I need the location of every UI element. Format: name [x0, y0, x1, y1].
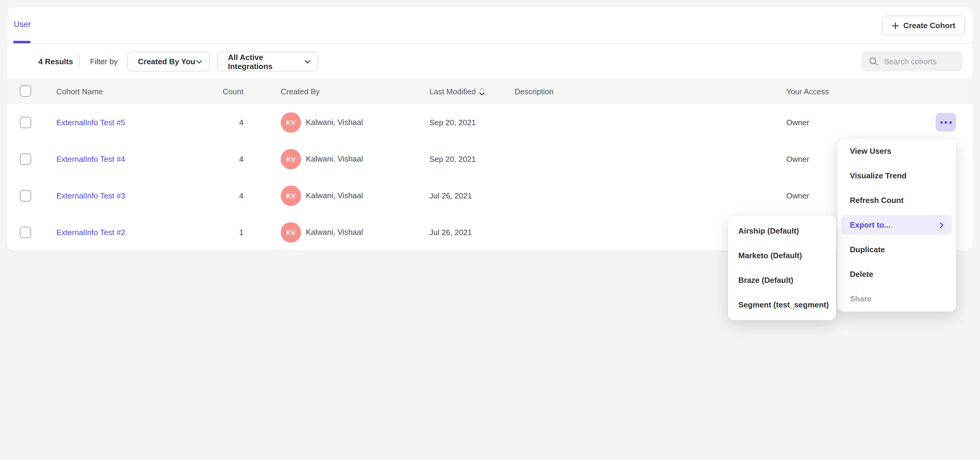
cohort-name-link[interactable]: ExternalInfo Test #4 — [56, 154, 125, 163]
chevron-down-icon — [305, 60, 311, 63]
kebab-dot — [940, 121, 942, 123]
avatar: KV — [281, 112, 301, 133]
created-by-dropdown[interactable]: Created By You — [127, 52, 210, 72]
results-count: 4 Results — [38, 57, 73, 66]
cohort-count: 4 — [183, 154, 243, 163]
menu-item-share: Share — [837, 286, 956, 311]
sort-descending-icon — [479, 88, 485, 96]
access-value: Owner — [786, 154, 809, 163]
submenu-item-airship[interactable]: Airship (Default) — [728, 219, 836, 243]
created-by-name: Kalwani, Vishaal — [306, 228, 363, 236]
tab-bar-divider — [7, 43, 973, 44]
created-by-name: Kalwani, Vishaal — [306, 118, 363, 127]
export-to-label: Export to... — [850, 220, 891, 229]
avatar: KV — [281, 185, 301, 206]
cohort-count: 1 — [183, 228, 243, 236]
integrations-dropdown-value: All Active Integrations — [228, 53, 305, 70]
menu-item-duplicate[interactable]: Duplicate — [837, 237, 956, 262]
created-by-name: Kalwani, Vishaal — [306, 154, 363, 163]
avatar: KV — [281, 222, 301, 242]
filter-bar-separator — [79, 55, 80, 68]
table-row[interactable]: ExternalInfo Test #3 4 KV Kalwani, Visha… — [7, 177, 973, 214]
submenu-item-braze[interactable]: Braze (Default) — [728, 268, 836, 292]
chevron-right-icon — [940, 222, 943, 228]
menu-item-delete[interactable]: Delete — [837, 262, 956, 286]
column-header-description[interactable]: Description — [515, 87, 554, 96]
last-modified-value: Jul 26, 2021 — [430, 191, 472, 200]
table-row[interactable]: ExternalInfo Test #4 4 KV Kalwani, Visha… — [7, 141, 973, 177]
search-icon — [869, 57, 878, 66]
access-value: Owner — [786, 118, 809, 127]
row-checkbox[interactable] — [20, 153, 31, 165]
plus-icon — [892, 22, 899, 29]
menu-item-export-to[interactable]: Export to... — [842, 215, 952, 235]
cohort-count: 4 — [183, 118, 243, 127]
tab-user[interactable]: User — [14, 20, 31, 29]
search-box[interactable] — [862, 52, 963, 72]
row-checkbox[interactable] — [20, 190, 31, 201]
active-tab-indicator — [13, 41, 30, 43]
integrations-dropdown[interactable]: All Active Integrations — [217, 52, 318, 72]
last-modified-value: Sep 20, 2021 — [430, 118, 476, 127]
column-header-created-by[interactable]: Created By — [281, 87, 320, 96]
row-actions-button[interactable] — [935, 113, 956, 131]
created-by-dropdown-value: Created By You — [138, 57, 195, 66]
cohorts-page: User Create Cohort 4 Results Filter by C… — [0, 0, 980, 460]
menu-item-refresh-count[interactable]: Refresh Count — [837, 188, 956, 212]
cohort-name-link[interactable]: ExternalInfo Test #3 — [56, 191, 125, 200]
column-header-your-access[interactable]: Your Access — [786, 87, 829, 96]
cohort-name-link[interactable]: ExternalInfo Test #2 — [56, 228, 125, 236]
select-all-checkbox[interactable] — [20, 85, 31, 97]
chevron-down-icon — [196, 60, 202, 63]
table-row[interactable]: ExternalInfo Test #5 4 KV Kalwani, Visha… — [7, 104, 973, 141]
last-modified-value: Jul 26, 2021 — [430, 228, 472, 236]
menu-item-view-users[interactable]: View Users — [837, 139, 956, 163]
last-modified-value: Sep 20, 2021 — [430, 154, 476, 163]
column-header-count[interactable]: Count — [183, 87, 243, 96]
row-context-menu: View Users Visualize Trend Refresh Count… — [837, 139, 956, 311]
search-input[interactable] — [883, 56, 957, 67]
created-by-name: Kalwani, Vishaal — [306, 191, 363, 200]
column-header-last-modified[interactable]: Last Modified — [430, 87, 485, 96]
submenu-item-marketo[interactable]: Marketo (Default) — [728, 243, 836, 268]
menu-item-visualize-trend[interactable]: Visualize Trend — [837, 163, 956, 188]
avatar: KV — [281, 149, 301, 169]
submenu-item-segment[interactable]: Segment (test_segment) — [728, 292, 836, 317]
cohort-count: 4 — [183, 191, 243, 200]
export-submenu: Airship (Default) Marketo (Default) Braz… — [728, 216, 836, 320]
last-modified-label: Last Modified — [430, 87, 476, 96]
cohort-name-link[interactable]: ExternalInfo Test #5 — [56, 118, 125, 127]
table-header: Cohort Name Count Created By Last Modifi… — [7, 79, 973, 104]
create-cohort-button[interactable]: Create Cohort — [882, 16, 965, 35]
kebab-dot — [949, 121, 951, 123]
filter-by-label: Filter by — [90, 57, 118, 66]
access-value: Owner — [786, 191, 809, 200]
column-header-cohort-name[interactable]: Cohort Name — [56, 87, 103, 96]
kebab-dot — [945, 121, 947, 123]
create-cohort-label: Create Cohort — [903, 21, 955, 30]
row-checkbox[interactable] — [20, 227, 31, 238]
row-checkbox[interactable] — [20, 117, 31, 128]
